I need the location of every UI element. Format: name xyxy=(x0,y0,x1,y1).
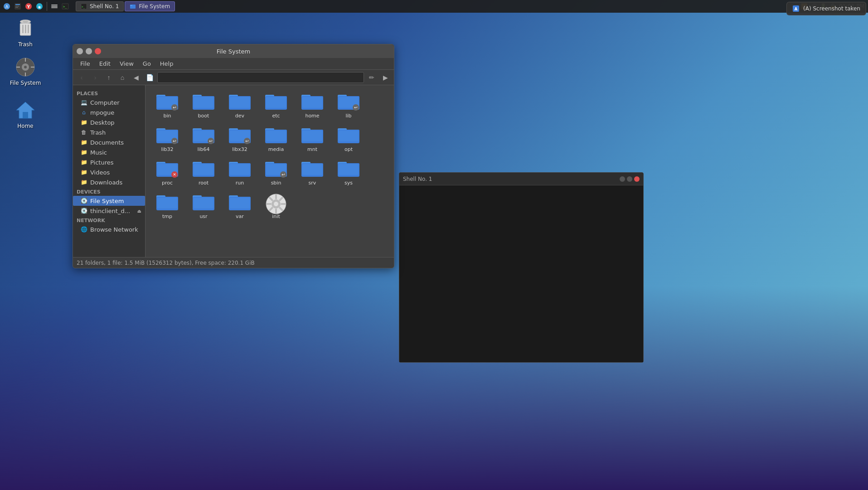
shell-close-btn[interactable] xyxy=(634,176,640,182)
sidebar-item-trash[interactable]: 🗑 Trash xyxy=(73,127,145,137)
sidebar-item-documents[interactable]: 📁 Documents xyxy=(73,137,145,147)
filesystem-icon xyxy=(15,56,36,78)
eject-icon[interactable]: ⏏ xyxy=(137,209,141,213)
folder-label-opt: opt xyxy=(344,146,353,152)
fm-menu-edit[interactable]: Edit xyxy=(96,59,114,68)
folder-icon-lib: ↩ xyxy=(338,92,359,112)
fm-folder-home[interactable]: home xyxy=(296,91,329,121)
fm-folder-usr[interactable]: usr xyxy=(187,191,220,221)
fm-folder-lib[interactable]: ↩ lib xyxy=(332,91,365,121)
fm-prev-location-btn[interactable]: ◀ xyxy=(130,72,142,83)
notification-text: (A) Screenshot taken xyxy=(803,5,860,12)
svg-rect-47 xyxy=(230,97,250,108)
fm-address-input[interactable] xyxy=(157,72,364,83)
fm-folder-proc[interactable]: ✕ proc xyxy=(151,158,184,188)
fm-menu-go[interactable]: Go xyxy=(139,59,155,68)
fm-folder-bin[interactable]: ↩ bin xyxy=(151,91,184,121)
folder-label-tmp: tmp xyxy=(162,213,172,219)
desktop-folder-icon: 📁 xyxy=(80,119,87,126)
taskbar-app-icon-4[interactable]: ◉ xyxy=(34,1,44,11)
shell-min-btn[interactable] xyxy=(620,176,625,182)
file-manager-window: File System File Edit View Go Help ‹ › ↑… xyxy=(73,44,394,268)
svg-rect-83 xyxy=(339,131,359,141)
fm-content-area: ↩ bin boot xyxy=(145,85,394,257)
desktop-icon-filesystem[interactable]: File System xyxy=(7,54,44,88)
sidebar-item-music[interactable]: 📁 Music xyxy=(73,147,145,157)
fm-menu-view[interactable]: View xyxy=(116,59,137,68)
taskbar-filesystem-button[interactable]: File System xyxy=(125,1,175,11)
fm-menu-help[interactable]: Help xyxy=(156,59,177,68)
fm-edit-address-btn[interactable]: ✏ xyxy=(366,72,378,83)
fm-folder-opt[interactable]: opt xyxy=(332,124,365,154)
svg-rect-24 xyxy=(25,25,26,34)
fm-folder-etc[interactable]: etc xyxy=(260,91,292,121)
taskbar-shell-button[interactable]: >_ Shell No. 1 xyxy=(76,1,124,11)
taskbar-separator-1 xyxy=(47,2,47,11)
sidebar-item-desktop[interactable]: 📁 Desktop xyxy=(73,117,145,127)
shell-max-btn[interactable] xyxy=(627,176,632,182)
fm-folder-libx32[interactable]: ↩ libx32 xyxy=(223,124,256,154)
folder-label-srv: srv xyxy=(309,180,316,186)
svg-rect-35 xyxy=(23,112,28,118)
fm-folder-media[interactable]: media xyxy=(260,124,292,154)
folder-icon-dev xyxy=(229,92,251,112)
desktop-icon-trash[interactable]: Trash xyxy=(7,16,44,49)
folder-icon-bin: ↩ xyxy=(156,92,178,112)
taskbar-app-icon-2[interactable] xyxy=(13,1,23,11)
svg-rect-91 xyxy=(194,164,213,175)
svg-rect-23 xyxy=(22,25,24,34)
fm-titlebar: File System xyxy=(73,44,394,58)
sidebar-item-pictures[interactable]: 📁 Pictures xyxy=(73,157,145,167)
fm-close-btn[interactable] xyxy=(95,48,101,54)
taskbar-terminal-icon[interactable]: >_ xyxy=(60,1,70,11)
folder-icon-etc xyxy=(265,92,287,112)
sidebar-item-filesystem[interactable]: 💽 File System xyxy=(73,196,145,206)
fm-folder-lib32[interactable]: ↩ lib32 xyxy=(151,124,184,154)
fm-folder-srv[interactable]: srv xyxy=(296,158,329,188)
fm-sidebar: Places 💻 Computer ⌂ mpogue 📁 Desktop 🗑 T… xyxy=(73,85,145,257)
fm-minimize-btn[interactable] xyxy=(77,48,83,54)
fm-next-location-btn[interactable]: ▶ xyxy=(379,72,391,83)
folder-label-sbin: sbin xyxy=(271,180,281,186)
fm-folder-sys[interactable]: sys xyxy=(332,158,365,188)
shell-title: Shell No. 1 xyxy=(403,176,432,182)
sidebar-item-videos[interactable]: 📁 Videos xyxy=(73,167,145,177)
fm-folder-lib64[interactable]: ↩ lib64 xyxy=(187,124,220,154)
fm-folder-mnt[interactable]: mnt xyxy=(296,124,329,154)
folder-label-media: media xyxy=(268,146,284,152)
taskbar-app-icon-1[interactable]: A xyxy=(2,1,12,11)
folder-icon-lib32: ↩ xyxy=(156,126,178,145)
folder-label-lib64: lib64 xyxy=(197,146,209,152)
folder-label-etc: etc xyxy=(272,113,280,119)
fm-up-btn[interactable]: ↑ xyxy=(103,72,115,83)
fm-folder-root[interactable]: root xyxy=(187,158,220,188)
sidebar-item-mpogue[interactable]: ⌂ mpogue xyxy=(73,107,145,117)
sidebar-item-browse-network[interactable]: 🌐 Browse Network xyxy=(73,224,145,234)
folder-label-run: run xyxy=(236,180,244,186)
fm-folder-init[interactable]: init xyxy=(260,191,292,221)
fm-folder-dev[interactable]: dev xyxy=(223,91,256,121)
fm-folder-sbin[interactable]: ↩ sbin xyxy=(260,158,292,188)
pictures-icon: 📁 xyxy=(80,159,87,166)
fm-folder-boot[interactable]: boot xyxy=(187,91,220,121)
sidebar-item-computer[interactable]: 💻 Computer xyxy=(73,97,145,107)
desktop-icon-home[interactable]: Home xyxy=(7,97,44,131)
fm-menu-file[interactable]: File xyxy=(77,59,94,68)
folder-icon-srv xyxy=(301,160,323,179)
folder-label-dev: dev xyxy=(235,113,244,119)
sidebar-item-downloads[interactable]: 📁 Downloads xyxy=(73,177,145,187)
fm-location-btn[interactable]: 📄 xyxy=(144,72,155,83)
sidebar-item-thinclient[interactable]: 💽 thinclient_d... ⏏ xyxy=(73,206,145,216)
music-icon: 📁 xyxy=(80,149,87,156)
fm-forward-btn[interactable]: › xyxy=(89,72,101,83)
shell-titlebar: Shell No. 1 xyxy=(399,173,643,185)
fm-folder-run[interactable]: run xyxy=(223,158,256,188)
fm-back-btn[interactable]: ‹ xyxy=(76,72,87,83)
fm-folder-var[interactable]: var xyxy=(223,191,256,221)
fm-folder-tmp[interactable]: tmp xyxy=(151,191,184,221)
fm-maximize-btn[interactable] xyxy=(86,48,92,54)
taskbar-app-icon-3[interactable]: Y xyxy=(24,1,34,11)
taskbar-dropdown-1[interactable] xyxy=(49,1,59,11)
trash-icon-label: Trash xyxy=(18,41,33,48)
fm-home-btn[interactable]: ⌂ xyxy=(116,72,128,83)
